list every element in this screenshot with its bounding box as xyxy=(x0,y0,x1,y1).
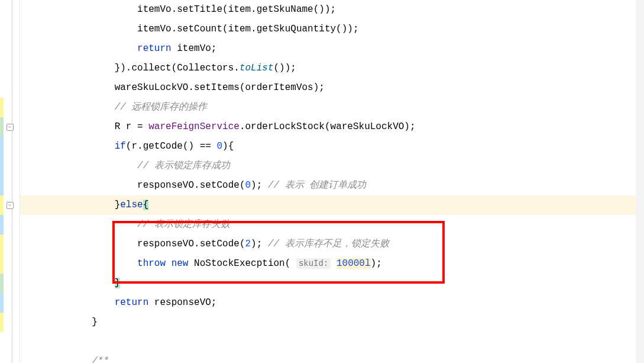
gutter-mark xyxy=(0,254,4,274)
gutter-mark xyxy=(0,98,4,117)
code-line[interactable]: wareSkuLockVO.setItems(orderItemVos); xyxy=(20,78,644,98)
fold-marker[interactable]: − xyxy=(0,195,20,215)
gutter-mark xyxy=(0,176,4,195)
code-line[interactable]: R r = wareFeignService.orderLockStock(wa… xyxy=(20,117,644,137)
editor-container: − − itemVo.setTitle(item.getSkuName()); … xyxy=(0,0,644,363)
code-line[interactable]: itemVo.setCount(item.getSkuQuantity()); xyxy=(20,20,644,39)
code-line[interactable] xyxy=(20,332,644,352)
code-line[interactable]: return responseVO; xyxy=(20,293,644,313)
code-line[interactable]: } xyxy=(20,313,644,332)
code-line[interactable]: responseVO.setCode(2); // 表示库存不足，锁定失败 xyxy=(20,234,644,254)
code-line[interactable]: }else{ xyxy=(20,195,644,215)
code-line[interactable]: // 表示锁定库存失败 xyxy=(20,215,644,234)
code-line[interactable]: if(r.getCode() == 0){ xyxy=(20,137,644,156)
code-line[interactable]: responseVO.setCode(0); // 表示 创建订单成功 xyxy=(20,176,644,195)
gutter-mark xyxy=(0,293,4,313)
code-line[interactable]: }).collect(Collectors.toList()); xyxy=(20,59,644,78)
code-area[interactable]: itemVo.setTitle(item.getSkuName()); item… xyxy=(20,0,644,363)
fold-minus-icon[interactable]: − xyxy=(7,124,14,131)
code-line[interactable]: } xyxy=(20,274,644,293)
gutter-mark xyxy=(0,274,4,293)
code-line[interactable]: // 远程锁库存的操作 xyxy=(20,98,644,117)
gutter-mark xyxy=(0,156,4,176)
gutter: − − xyxy=(0,0,20,363)
code-line[interactable]: // 表示锁定库存成功 xyxy=(20,156,644,176)
fold-line xyxy=(12,0,12,363)
scrollbar-vertical[interactable] xyxy=(636,0,644,363)
gutter-mark xyxy=(0,234,4,254)
code-line[interactable]: throw new NoStockExecption( skuId: 10000… xyxy=(20,254,644,274)
fold-marker[interactable]: − xyxy=(0,117,20,137)
param-hint: skuId: xyxy=(296,258,331,269)
gutter-mark xyxy=(0,313,4,332)
fold-minus-icon[interactable]: − xyxy=(7,202,14,209)
code-line[interactable]: /** xyxy=(20,352,644,363)
code-line[interactable]: return itemVo; xyxy=(20,39,644,59)
gutter-mark xyxy=(0,137,4,156)
code-line[interactable]: itemVo.setTitle(item.getSkuName()); xyxy=(20,0,644,20)
gutter-mark xyxy=(0,215,4,234)
